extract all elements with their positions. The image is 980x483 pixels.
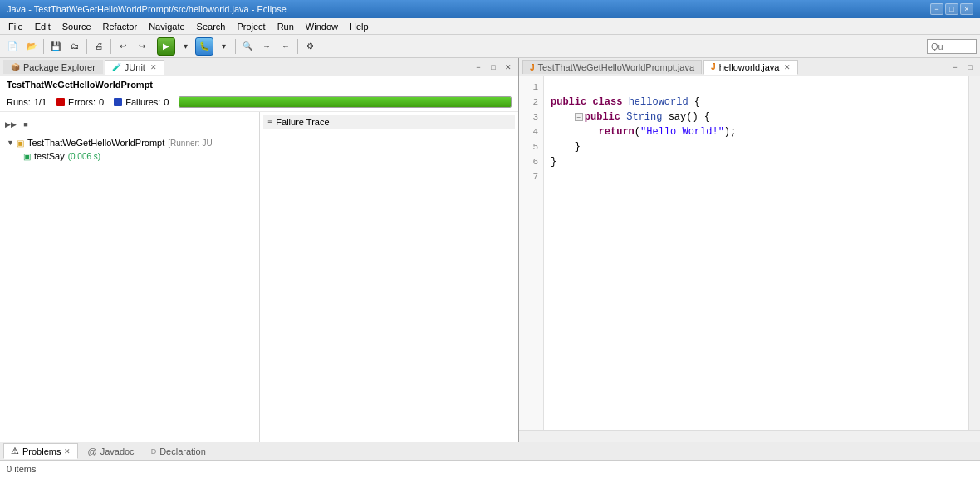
left-panel-close[interactable]: ✕ (502, 61, 515, 74)
bottom-content: 0 items (0, 461, 980, 477)
menu-help[interactable]: Help (345, 20, 374, 33)
menu-refactor[interactable]: Refactor (98, 20, 143, 33)
toolbar-separator-6 (297, 39, 298, 54)
tab-problems[interactable]: ⚠ Problems ✕ (3, 443, 78, 459)
code-editor[interactable]: 1 2 3 4 5 6 7 public class helloworld { … (519, 76, 980, 430)
tab-helloworld-java[interactable]: J helloworld.java ✕ (703, 60, 798, 75)
menu-file[interactable]: File (3, 20, 28, 33)
toolbar-print-button[interactable]: 🖨 (90, 37, 108, 56)
tab-junit-label: JUnit (125, 62, 145, 72)
tree-toolbar: ▶▶ ■ (3, 115, 256, 134)
toolbar-run-button[interactable]: ▶ (157, 37, 175, 56)
menu-window[interactable]: Window (301, 20, 343, 33)
tree-test-label: testSay (34, 151, 65, 161)
toolbar-open-button[interactable]: 📂 (22, 37, 41, 56)
toolbar-next-button[interactable]: → (257, 37, 276, 56)
quick-access-input[interactable] (927, 39, 977, 54)
left-panel-maximize[interactable]: □ (487, 61, 500, 74)
javadoc-icon: @ (87, 446, 96, 456)
line-num-4: 4 (524, 124, 538, 139)
menu-project[interactable]: Project (232, 20, 270, 33)
test-icon: ▣ (23, 152, 31, 161)
failures-stat: Failures: 0 (114, 97, 169, 107)
tab-javadoc[interactable]: @ Javadoc (80, 444, 141, 459)
declaration-icon: D (151, 447, 157, 456)
line-num-1: 1 (524, 80, 538, 95)
toolbar-separator-1 (43, 39, 44, 54)
junit-stats-bar: Runs: 1/1 Errors: 0 Failures: 0 (0, 93, 518, 112)
toolbar-perspective-button[interactable]: ⚙ (301, 37, 319, 56)
line-num-7: 7 (524, 169, 538, 184)
editor-minimize[interactable]: − (948, 61, 962, 74)
code-line-4: return("Hello World!"); (551, 124, 962, 139)
tree-run-all-button[interactable]: ▶▶ (3, 117, 18, 132)
tab-helloworld-java-label: helloworld.java (719, 62, 780, 72)
toolbar-separator-3 (110, 39, 111, 54)
editor-tabs: J TestThatWeGetHelloWorldPrompt.java J h… (519, 58, 980, 76)
line-num-3: 3 (524, 110, 538, 124)
runs-label: Runs: (7, 97, 31, 107)
failures-label: Failures: (125, 97, 160, 107)
toolbar-save-all-button[interactable]: 🗂 (66, 37, 84, 56)
code-line-6: } (551, 154, 962, 169)
window-controls[interactable]: − □ × (930, 3, 973, 15)
errors-value: 0 (99, 97, 104, 107)
junit-project-name: TestThatWeGetHelloWorldPrompt (0, 76, 518, 93)
bottom-items-count: 0 items (7, 464, 36, 474)
tree-test-item[interactable]: ▣ testSay (0.006 s) (3, 149, 256, 163)
test-java-icon: J (530, 63, 535, 72)
menu-edit[interactable]: Edit (30, 20, 56, 33)
tab-package-explorer-label: Package Explorer (23, 62, 96, 72)
toolbar-debug-button[interactable]: 🐛 (195, 37, 213, 56)
progress-bar-container (179, 96, 512, 108)
code-content[interactable]: public class helloworld { −public String… (544, 76, 968, 430)
close-button[interactable]: × (960, 3, 973, 15)
menu-search[interactable]: Search (192, 20, 231, 33)
right-panel: J TestThatWeGetHelloWorldPrompt.java J h… (519, 58, 980, 442)
main-layout: 📦 Package Explorer 🧪 JUnit ✕ − □ ✕ TestT… (0, 58, 980, 483)
toolbar-back-button[interactable]: ← (277, 37, 295, 56)
package-explorer-icon: 📦 (11, 63, 20, 71)
tab-junit-close[interactable]: ✕ (150, 63, 157, 71)
tab-package-explorer[interactable]: 📦 Package Explorer (3, 60, 103, 74)
runs-value: 1/1 (34, 97, 47, 107)
junit-test-tree: ▶▶ ■ ▼ ▣ TestThatWeGetHelloWorldPrompt [… (0, 112, 260, 442)
editor-tab-controls: − □ (948, 61, 977, 74)
left-panel-controls: − □ ✕ (472, 61, 515, 74)
menu-run[interactable]: Run (272, 20, 299, 33)
minimize-button[interactable]: − (930, 3, 943, 15)
menu-bar: File Edit Source Refactor Navigate Searc… (0, 18, 980, 35)
fold-icon-3[interactable]: − (575, 113, 583, 121)
tab-problems-label: Problems (22, 446, 61, 456)
tab-helloworld-java-close[interactable]: ✕ (784, 63, 791, 71)
maximize-button[interactable]: □ (945, 3, 958, 15)
toolbar-debug-dropdown[interactable]: ▾ (214, 37, 233, 56)
line-num-5: 5 (524, 139, 538, 154)
editor-maximize[interactable]: □ (963, 61, 977, 74)
toolbar-undo-button[interactable]: ↩ (114, 37, 132, 56)
tree-expand-icon: ▼ (7, 139, 17, 147)
menu-source[interactable]: Source (57, 20, 96, 33)
tab-junit[interactable]: 🧪 JUnit ✕ (105, 60, 164, 75)
left-panel-minimize[interactable]: − (472, 61, 485, 74)
toolbar-new-button[interactable]: 📄 (3, 37, 22, 56)
editor-vertical-scrollbar[interactable] (968, 76, 980, 430)
editor-horizontal-scrollbar[interactable] (519, 430, 980, 442)
tab-test-java[interactable]: J TestThatWeGetHelloWorldPrompt.java (522, 60, 702, 74)
left-panel: 📦 Package Explorer 🧪 JUnit ✕ − □ ✕ TestT… (0, 58, 519, 442)
tab-javadoc-label: Javadoc (100, 446, 135, 456)
toolbar-run-dropdown[interactable]: ▾ (176, 37, 194, 56)
menu-navigate[interactable]: Navigate (144, 20, 189, 33)
tree-test-time: (0.006 s) (68, 152, 100, 161)
failure-trace-icon: ≡ (268, 118, 273, 127)
helloworld-java-icon: J (711, 62, 716, 71)
toolbar-save-button[interactable]: 💾 (47, 37, 65, 56)
toolbar-search-button[interactable]: 🔍 (238, 37, 257, 56)
failure-trace-panel: ≡ Failure Trace (260, 112, 519, 442)
tab-problems-close[interactable]: ✕ (64, 447, 71, 456)
tree-root-item[interactable]: ▼ ▣ TestThatWeGetHelloWorldPrompt [Runne… (3, 136, 256, 149)
tree-stop-button[interactable]: ■ (18, 117, 33, 132)
title-bar: Java - TestThatWeGetHelloWorldPrompt/src… (0, 0, 980, 18)
toolbar-redo-button[interactable]: ↪ (133, 37, 151, 56)
tab-declaration[interactable]: D Declaration (144, 444, 213, 459)
